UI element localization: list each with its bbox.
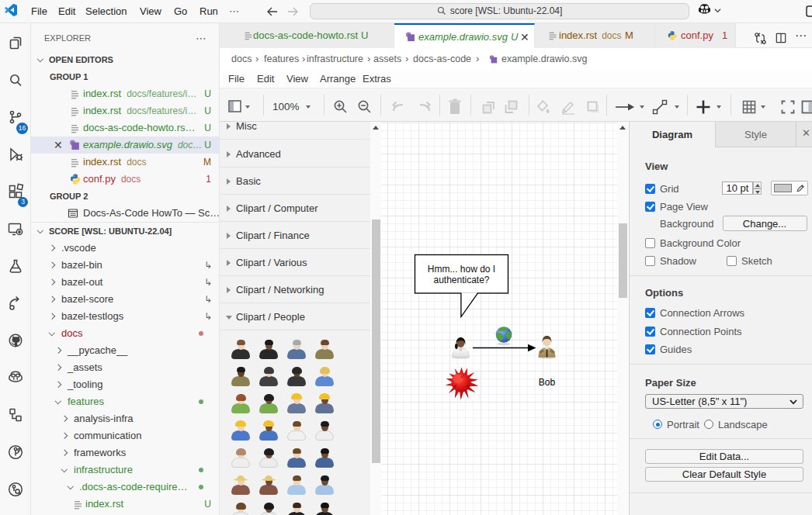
svg-text:Bob: Bob — [539, 377, 556, 388]
svg-text:Hmm... how do I: Hmm... how do I — [428, 264, 495, 275]
svg-text:authenticate?: authenticate? — [433, 275, 489, 285]
